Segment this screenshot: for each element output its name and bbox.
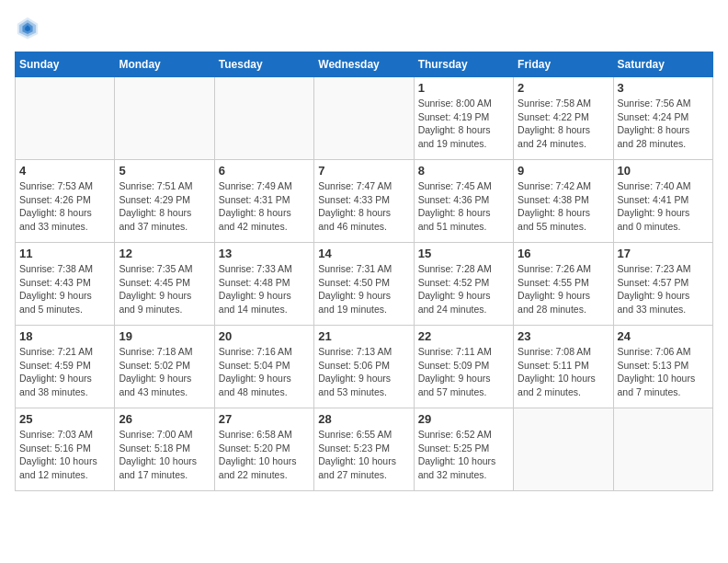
- day-number: 29: [418, 412, 509, 426]
- day-info: Sunrise: 7:08 AM Sunset: 5:11 PM Dayligh…: [518, 345, 609, 399]
- week-row-1: 1Sunrise: 8:00 AM Sunset: 4:19 PM Daylig…: [16, 77, 713, 160]
- calendar-cell: 4Sunrise: 7:53 AM Sunset: 4:26 PM Daylig…: [16, 160, 115, 243]
- day-number: 11: [19, 247, 110, 260]
- week-row-2: 4Sunrise: 7:53 AM Sunset: 4:26 PM Daylig…: [16, 160, 713, 243]
- day-number: 13: [219, 247, 310, 260]
- day-number: 25: [19, 412, 110, 426]
- calendar-cell: 28Sunrise: 6:55 AM Sunset: 5:23 PM Dayli…: [314, 408, 414, 491]
- week-row-4: 18Sunrise: 7:21 AM Sunset: 4:59 PM Dayli…: [16, 326, 713, 408]
- calendar-cell: [514, 408, 613, 491]
- day-info: Sunrise: 7:35 AM Sunset: 4:45 PM Dayligh…: [119, 262, 210, 316]
- day-info: Sunrise: 6:52 AM Sunset: 5:25 PM Dayligh…: [418, 428, 509, 482]
- day-number: 7: [318, 164, 409, 178]
- calendar-cell: 29Sunrise: 6:52 AM Sunset: 5:25 PM Dayli…: [414, 408, 513, 491]
- calendar-cell: 6Sunrise: 7:49 AM Sunset: 4:31 PM Daylig…: [214, 160, 313, 243]
- day-number: 9: [518, 164, 609, 178]
- calendar-cell: [16, 77, 115, 160]
- calendar-cell: 3Sunrise: 7:56 AM Sunset: 4:24 PM Daylig…: [613, 77, 712, 160]
- day-info: Sunrise: 7:45 AM Sunset: 4:36 PM Dayligh…: [418, 179, 509, 234]
- day-info: Sunrise: 7:53 AM Sunset: 4:26 PM Dayligh…: [19, 179, 110, 234]
- calendar-cell: [314, 77, 414, 160]
- calendar-cell: 24Sunrise: 7:06 AM Sunset: 5:13 PM Dayli…: [613, 326, 712, 408]
- logo-icon: [15, 15, 40, 40]
- calendar-cell: 11Sunrise: 7:38 AM Sunset: 4:43 PM Dayli…: [16, 243, 115, 326]
- day-number: 5: [119, 164, 210, 178]
- day-number: 14: [318, 247, 409, 260]
- day-info: Sunrise: 7:47 AM Sunset: 4:33 PM Dayligh…: [318, 179, 409, 234]
- day-number: 17: [618, 247, 709, 260]
- day-info: Sunrise: 7:56 AM Sunset: 4:24 PM Dayligh…: [618, 97, 709, 151]
- calendar-cell: 27Sunrise: 6:58 AM Sunset: 5:20 PM Dayli…: [214, 408, 313, 491]
- day-number: 20: [219, 329, 310, 343]
- weekday-header-tuesday: Tuesday: [214, 52, 313, 77]
- day-number: 22: [418, 329, 509, 343]
- day-info: Sunrise: 7:11 AM Sunset: 5:09 PM Dayligh…: [418, 345, 509, 399]
- day-info: Sunrise: 7:16 AM Sunset: 5:04 PM Dayligh…: [219, 345, 310, 399]
- day-number: 26: [119, 412, 210, 426]
- weekday-header-monday: Monday: [115, 52, 214, 77]
- day-number: 10: [618, 164, 709, 178]
- weekday-header-friday: Friday: [514, 52, 613, 77]
- calendar-table: SundayMondayTuesdayWednesdayThursdayFrid…: [15, 52, 713, 491]
- day-number: 12: [119, 247, 210, 260]
- day-info: Sunrise: 7:13 AM Sunset: 5:06 PM Dayligh…: [318, 345, 409, 399]
- day-number: 27: [219, 412, 310, 426]
- calendar-cell: 23Sunrise: 7:08 AM Sunset: 5:11 PM Dayli…: [514, 326, 613, 408]
- day-info: Sunrise: 7:49 AM Sunset: 4:31 PM Dayligh…: [219, 179, 310, 234]
- calendar-cell: 12Sunrise: 7:35 AM Sunset: 4:45 PM Dayli…: [115, 243, 214, 326]
- day-info: Sunrise: 7:26 AM Sunset: 4:55 PM Dayligh…: [518, 262, 609, 316]
- calendar-cell: 17Sunrise: 7:23 AM Sunset: 4:57 PM Dayli…: [613, 243, 712, 326]
- day-info: Sunrise: 7:58 AM Sunset: 4:22 PM Dayligh…: [518, 97, 609, 151]
- day-info: Sunrise: 7:42 AM Sunset: 4:38 PM Dayligh…: [518, 179, 609, 234]
- day-info: Sunrise: 7:23 AM Sunset: 4:57 PM Dayligh…: [618, 262, 709, 316]
- day-info: Sunrise: 7:31 AM Sunset: 4:50 PM Dayligh…: [318, 262, 409, 316]
- calendar-cell: 5Sunrise: 7:51 AM Sunset: 4:29 PM Daylig…: [115, 160, 214, 243]
- weekday-header-thursday: Thursday: [414, 52, 513, 77]
- day-number: 23: [518, 329, 609, 343]
- day-number: 1: [418, 81, 509, 95]
- calendar-cell: [214, 77, 313, 160]
- weekday-header-sunday: Sunday: [16, 52, 115, 77]
- calendar-cell: 13Sunrise: 7:33 AM Sunset: 4:48 PM Dayli…: [214, 243, 313, 326]
- day-number: 24: [618, 329, 709, 343]
- calendar-cell: 1Sunrise: 8:00 AM Sunset: 4:19 PM Daylig…: [414, 77, 513, 160]
- calendar-cell: 2Sunrise: 7:58 AM Sunset: 4:22 PM Daylig…: [514, 77, 613, 160]
- day-number: 21: [318, 329, 409, 343]
- day-number: 28: [318, 412, 409, 426]
- calendar-cell: 7Sunrise: 7:47 AM Sunset: 4:33 PM Daylig…: [314, 160, 414, 243]
- calendar-cell: 20Sunrise: 7:16 AM Sunset: 5:04 PM Dayli…: [214, 326, 313, 408]
- week-row-5: 25Sunrise: 7:03 AM Sunset: 5:16 PM Dayli…: [16, 408, 713, 491]
- weekday-header-saturday: Saturday: [613, 52, 712, 77]
- day-info: Sunrise: 7:18 AM Sunset: 5:02 PM Dayligh…: [119, 345, 210, 399]
- day-info: Sunrise: 6:55 AM Sunset: 5:23 PM Dayligh…: [318, 428, 409, 482]
- calendar-cell: [115, 77, 214, 160]
- day-info: Sunrise: 7:40 AM Sunset: 4:41 PM Dayligh…: [618, 179, 709, 234]
- page-header: [15, 15, 713, 40]
- day-info: Sunrise: 7:06 AM Sunset: 5:13 PM Dayligh…: [618, 345, 709, 399]
- day-number: 19: [119, 329, 210, 343]
- calendar-cell: 22Sunrise: 7:11 AM Sunset: 5:09 PM Dayli…: [414, 326, 513, 408]
- calendar-cell: 25Sunrise: 7:03 AM Sunset: 5:16 PM Dayli…: [16, 408, 115, 491]
- calendar-cell: 15Sunrise: 7:28 AM Sunset: 4:52 PM Dayli…: [414, 243, 513, 326]
- weekday-header-row: SundayMondayTuesdayWednesdayThursdayFrid…: [16, 52, 713, 77]
- calendar-cell: 14Sunrise: 7:31 AM Sunset: 4:50 PM Dayli…: [314, 243, 414, 326]
- day-info: Sunrise: 6:58 AM Sunset: 5:20 PM Dayligh…: [219, 428, 310, 482]
- calendar-cell: 19Sunrise: 7:18 AM Sunset: 5:02 PM Dayli…: [115, 326, 214, 408]
- day-number: 18: [19, 329, 110, 343]
- calendar-cell: 16Sunrise: 7:26 AM Sunset: 4:55 PM Dayli…: [514, 243, 613, 326]
- day-number: 3: [618, 81, 709, 95]
- calendar-cell: 21Sunrise: 7:13 AM Sunset: 5:06 PM Dayli…: [314, 326, 414, 408]
- week-row-3: 11Sunrise: 7:38 AM Sunset: 4:43 PM Dayli…: [16, 243, 713, 326]
- day-number: 6: [219, 164, 310, 178]
- day-number: 8: [418, 164, 509, 178]
- logo: [15, 15, 44, 40]
- day-info: Sunrise: 8:00 AM Sunset: 4:19 PM Dayligh…: [418, 97, 509, 151]
- weekday-header-wednesday: Wednesday: [314, 52, 414, 77]
- day-number: 16: [518, 247, 609, 260]
- day-info: Sunrise: 7:51 AM Sunset: 4:29 PM Dayligh…: [119, 179, 210, 234]
- day-info: Sunrise: 7:38 AM Sunset: 4:43 PM Dayligh…: [19, 262, 110, 316]
- calendar-cell: 18Sunrise: 7:21 AM Sunset: 4:59 PM Dayli…: [16, 326, 115, 408]
- day-info: Sunrise: 7:03 AM Sunset: 5:16 PM Dayligh…: [19, 428, 110, 482]
- calendar-cell: 8Sunrise: 7:45 AM Sunset: 4:36 PM Daylig…: [414, 160, 513, 243]
- day-info: Sunrise: 7:00 AM Sunset: 5:18 PM Dayligh…: [119, 428, 210, 482]
